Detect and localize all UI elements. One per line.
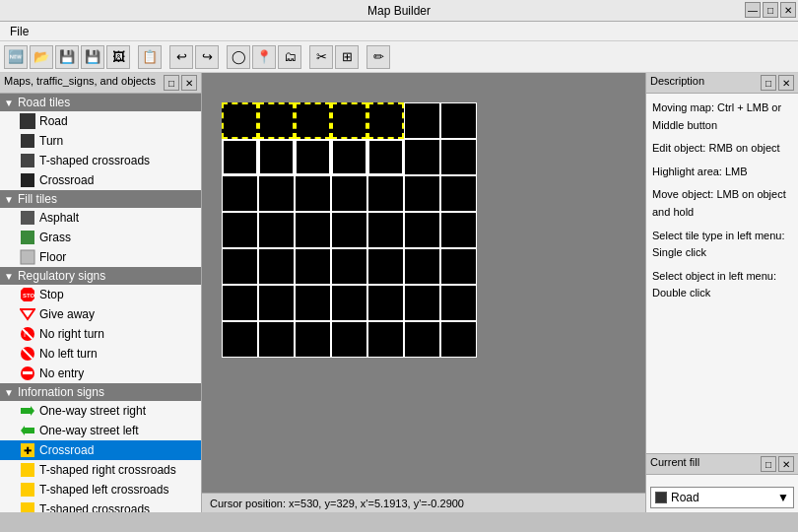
grid-cell-2-1[interactable] [258, 175, 295, 212]
close-button[interactable]: ✕ [780, 2, 796, 18]
item-stop[interactable]: STOP Stop [0, 285, 201, 304]
grid-cell-5-5[interactable] [404, 285, 440, 321]
grid-cell-4-2[interactable] [295, 248, 331, 285]
fill-select-container[interactable]: Road ▼ [650, 487, 794, 508]
minimize-button[interactable]: — [745, 2, 761, 18]
item-asphalt[interactable]: Asphalt [0, 208, 201, 228]
item-onewayright[interactable]: One-way street right [0, 401, 201, 421]
item-onewayleft[interactable]: One-way street left [0, 421, 201, 440]
grid-cell-2-3[interactable] [331, 175, 367, 212]
grid-cell-1-5[interactable] [404, 139, 440, 175]
grid-cell-6-3[interactable] [331, 321, 367, 358]
item-giveaway[interactable]: Give away [0, 304, 201, 324]
grid-cell-4-0[interactable] [222, 248, 258, 285]
circle-button[interactable]: ◯ [227, 45, 250, 69]
layers-button[interactable]: 🗂 [278, 45, 301, 69]
grid-cell-1-6[interactable] [440, 139, 477, 175]
grid-cell-4-5[interactable] [404, 248, 440, 285]
file-menu[interactable]: File [4, 25, 34, 38]
grid-cell-4-3[interactable] [331, 248, 367, 285]
grid-cell-0-1[interactable] [258, 102, 295, 139]
item-turn[interactable]: Turn [0, 131, 201, 151]
grid-cell-4-6[interactable] [440, 248, 477, 285]
item-crossroad-info[interactable]: ✚ Crossroad [0, 440, 201, 460]
grid-cell-3-1[interactable] [258, 212, 295, 248]
open-button[interactable]: 📂 [30, 45, 53, 69]
grid-cell-3-3[interactable] [331, 212, 367, 248]
grid-cell-0-0[interactable] [222, 102, 258, 139]
redo-button[interactable]: ↪ [195, 45, 219, 69]
grid-cell-1-3[interactable] [331, 139, 367, 175]
grid-cell-1-2[interactable] [295, 139, 331, 175]
svg-rect-22 [21, 463, 34, 477]
grid-cell-2-4[interactable] [367, 175, 404, 212]
grid-cell-4-4[interactable] [367, 248, 404, 285]
category-regulatory-signs[interactable]: ▼ Regulatory signs [0, 267, 201, 285]
grid-cell-3-6[interactable] [440, 212, 477, 248]
grid-cell-6-1[interactable] [258, 321, 295, 358]
titlebar: Map Builder — □ ✕ [0, 0, 798, 22]
item-crossroad[interactable]: Crossroad [0, 170, 201, 190]
grid-cell-0-4[interactable] [367, 102, 404, 139]
grid-cell-5-0[interactable] [222, 285, 258, 321]
grid-cell-6-4[interactable] [367, 321, 404, 358]
item-noright[interactable]: ↱ No right turn [0, 324, 201, 344]
grid-cell-6-5[interactable] [404, 321, 440, 358]
grid-cell-0-6[interactable] [440, 102, 477, 139]
grid-cell-2-0[interactable] [222, 175, 258, 212]
grid-cell-0-5[interactable] [404, 102, 440, 139]
grid-cell-2-6[interactable] [440, 175, 477, 212]
restore-button[interactable]: □ [763, 2, 778, 18]
grid-cell-1-4[interactable] [367, 139, 404, 175]
grid-cell-5-2[interactable] [295, 285, 331, 321]
grid-cell-0-2[interactable] [295, 102, 331, 139]
grid-cell-3-5[interactable] [404, 212, 440, 248]
grid-cell-1-0[interactable] [222, 139, 258, 175]
fill-close[interactable]: ✕ [778, 456, 794, 472]
category-information-signs[interactable]: ▼ Infornation signs [0, 383, 201, 401]
image-button[interactable]: 🖼 [106, 45, 130, 69]
grid-cell-2-5[interactable] [404, 175, 440, 212]
item-ts-crossroads[interactable]: T-shaped crossroads [0, 499, 201, 512]
category-fill-tiles[interactable]: ▼ Fill tiles [0, 190, 201, 208]
grid-cell-3-0[interactable] [222, 212, 258, 248]
category-road-tiles[interactable]: ▼ Road tiles [0, 94, 201, 111]
grid-cell-2-2[interactable] [295, 175, 331, 212]
grid-cell-5-4[interactable] [367, 285, 404, 321]
item-noleft[interactable]: No left turn [0, 344, 201, 364]
fill-maximize[interactable]: □ [761, 456, 776, 472]
canvas-area[interactable] [202, 73, 645, 493]
item-tsright[interactable]: T-shaped right crossroads [0, 460, 201, 480]
grid-button[interactable]: ⊞ [335, 45, 359, 69]
save-as-button[interactable]: 💾 [81, 45, 104, 69]
left-panel-close[interactable]: ✕ [181, 75, 197, 91]
save-button[interactable]: 💾 [55, 45, 79, 69]
grid-cell-5-6[interactable] [440, 285, 477, 321]
item-road[interactable]: Road [0, 111, 201, 131]
item-tshaped[interactable]: T-shaped crossroads [0, 151, 201, 170]
grid-cell-0-3[interactable] [331, 102, 367, 139]
copy-button[interactable]: 📋 [138, 45, 162, 69]
desc-maximize[interactable]: □ [761, 75, 776, 91]
undo-button[interactable]: ↩ [169, 45, 193, 69]
pin-button[interactable]: 📍 [252, 45, 276, 69]
grid-cell-6-0[interactable] [222, 321, 258, 358]
grid-cell-3-2[interactable] [295, 212, 331, 248]
desc-close[interactable]: ✕ [778, 75, 794, 91]
item-grass[interactable]: Grass [0, 228, 201, 247]
grid-cell-3-4[interactable] [367, 212, 404, 248]
cut-button[interactable]: ✂ [309, 45, 333, 69]
left-panel-maximize[interactable]: □ [164, 75, 179, 91]
edit-button[interactable]: ✏ [366, 45, 390, 69]
desc-item-5: Select object in left menu: Double click [652, 268, 792, 302]
item-floor[interactable]: Floor [0, 247, 201, 267]
grid-cell-5-1[interactable] [258, 285, 295, 321]
item-noentry[interactable]: No entry [0, 364, 201, 383]
grid-cell-5-3[interactable] [331, 285, 367, 321]
grid-cell-6-6[interactable] [440, 321, 477, 358]
grid-cell-6-2[interactable] [295, 321, 331, 358]
item-tsleft[interactable]: T-shaped left crossroads [0, 480, 201, 499]
grid-cell-4-1[interactable] [258, 248, 295, 285]
grid-cell-1-1[interactable] [258, 139, 295, 175]
new-button[interactable]: 🆕 [4, 45, 28, 69]
